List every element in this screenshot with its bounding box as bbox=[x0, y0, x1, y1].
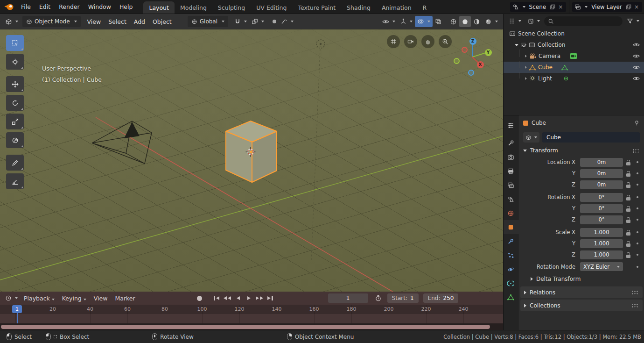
scrollbar-handle[interactable] bbox=[1, 325, 490, 329]
lock-icon[interactable] bbox=[626, 173, 630, 177]
tab-object-data[interactable] bbox=[504, 290, 518, 304]
proportional-falloff-dropdown[interactable] bbox=[279, 16, 296, 27]
new-scene-icon[interactable] bbox=[550, 4, 555, 10]
tool-annotate[interactable] bbox=[6, 155, 24, 171]
menu-select[interactable]: Select bbox=[105, 18, 130, 25]
rotation-z-field[interactable]: 0° bbox=[580, 215, 623, 224]
zoom-view-button[interactable] bbox=[439, 35, 452, 48]
shading-solid-button[interactable] bbox=[459, 16, 471, 27]
menu-keying[interactable]: Keying bbox=[58, 295, 90, 302]
animate-dot-icon[interactable] bbox=[637, 172, 638, 174]
unlink-scene-icon[interactable]: × bbox=[557, 4, 564, 10]
rotation-mode-dropdown[interactable]: XYZ Euler bbox=[580, 262, 623, 271]
outliner-row-camera[interactable]: Camera bbox=[504, 50, 644, 62]
hide-eye-icon[interactable] bbox=[633, 43, 640, 47]
tab-texture-paint[interactable]: Texture Paint bbox=[292, 1, 341, 14]
playhead-line[interactable] bbox=[17, 313, 18, 323]
tab-constraints[interactable] bbox=[504, 276, 518, 290]
tool-select-box[interactable] bbox=[6, 35, 24, 51]
tab-world[interactable] bbox=[504, 206, 518, 220]
pan-view-button[interactable] bbox=[421, 35, 434, 48]
hide-eye-icon[interactable] bbox=[633, 65, 640, 70]
gizmo-x-negative[interactable] bbox=[462, 47, 468, 53]
next-keyframe-button[interactable] bbox=[254, 293, 265, 303]
timeline-ruler[interactable]: 20 40 60 80 100 120 140 160 180 200 220 … bbox=[0, 305, 503, 323]
menu-window[interactable]: Window bbox=[84, 0, 115, 14]
tab-layout[interactable]: Layout bbox=[143, 1, 175, 14]
current-frame-field[interactable]: 1 bbox=[328, 293, 368, 303]
menu-object[interactable]: Object bbox=[149, 18, 175, 25]
panel-drag-grip[interactable] bbox=[632, 149, 640, 153]
outliner-row-scene-collection[interactable]: Scene Collection bbox=[504, 28, 644, 39]
timeline-scrollbar[interactable] bbox=[0, 323, 503, 330]
tool-rotate[interactable] bbox=[6, 95, 24, 111]
tab-scene[interactable] bbox=[504, 192, 518, 206]
scale-z-field[interactable]: 1.000 bbox=[580, 250, 623, 259]
gizmo-y-negative[interactable] bbox=[454, 58, 460, 64]
panel-drag-grip[interactable] bbox=[631, 290, 639, 294]
menu-playback[interactable]: Playback bbox=[20, 295, 58, 302]
tool-scale[interactable] bbox=[6, 114, 24, 129]
row-label[interactable]: Cube bbox=[538, 64, 553, 71]
gizmo-z-axis[interactable]: Z bbox=[469, 38, 476, 45]
search-input[interactable] bbox=[544, 16, 623, 26]
animate-dot-icon[interactable] bbox=[637, 207, 638, 209]
breadcrumb-object-name[interactable]: Cube bbox=[532, 120, 546, 126]
camera-view-button[interactable] bbox=[404, 35, 417, 48]
tab-object[interactable] bbox=[504, 220, 518, 234]
hide-eye-icon[interactable] bbox=[633, 76, 640, 81]
transform-panel-header[interactable]: Transform bbox=[518, 144, 644, 157]
playhead-badge[interactable]: 1 bbox=[12, 305, 22, 313]
jump-to-start-button[interactable] bbox=[211, 293, 222, 303]
play-reverse-button[interactable] bbox=[233, 293, 244, 303]
show-gizmo-dropdown[interactable] bbox=[398, 16, 415, 27]
blender-logo-icon[interactable] bbox=[0, 0, 17, 14]
tab-uv-editing[interactable]: UV Editing bbox=[251, 1, 292, 14]
tab-particles[interactable] bbox=[504, 248, 518, 262]
hide-eye-icon[interactable] bbox=[633, 54, 640, 58]
animate-dot-icon[interactable] bbox=[637, 196, 638, 198]
shading-rendered-button[interactable] bbox=[483, 16, 500, 27]
outliner-row-light[interactable]: Light bbox=[504, 73, 644, 84]
collection-checkbox[interactable] bbox=[521, 42, 526, 48]
id-type-button[interactable] bbox=[523, 132, 539, 143]
new-view-layer-icon[interactable] bbox=[626, 4, 631, 10]
toggle-perspective-button[interactable] bbox=[387, 35, 400, 48]
outliner-display-mode-dropdown[interactable] bbox=[525, 15, 542, 27]
mesh-data-badge-icon[interactable] bbox=[561, 64, 568, 71]
view-layer-selector[interactable]: View Layer × bbox=[572, 2, 642, 12]
animate-dot-icon[interactable] bbox=[637, 266, 638, 268]
scale-y-field[interactable]: 1.000 bbox=[580, 239, 623, 248]
lock-icon[interactable] bbox=[626, 162, 630, 165]
tab-output[interactable] bbox=[504, 164, 518, 178]
animate-dot-icon[interactable] bbox=[637, 243, 638, 244]
scene-selector[interactable]: Scene × bbox=[510, 2, 567, 12]
lock-icon[interactable] bbox=[626, 208, 630, 212]
frame-end-field[interactable]: End:250 bbox=[423, 293, 459, 303]
show-overlays-toggle[interactable] bbox=[415, 16, 433, 27]
menu-file[interactable]: File bbox=[17, 0, 35, 14]
editor-type-button[interactable] bbox=[3, 16, 21, 27]
object-type-visibility-dropdown[interactable] bbox=[380, 16, 398, 27]
animate-dot-icon[interactable] bbox=[637, 184, 638, 186]
lock-icon[interactable] bbox=[626, 255, 630, 258]
auto-keying-button[interactable] bbox=[194, 293, 205, 303]
camera-data-badge-icon[interactable] bbox=[569, 53, 578, 59]
menu-render[interactable]: Render bbox=[55, 0, 84, 14]
mode-dropdown[interactable]: Object Mode bbox=[22, 16, 81, 27]
collections-panel-header[interactable]: Collections bbox=[520, 300, 643, 311]
animate-dot-icon[interactable] bbox=[637, 161, 638, 163]
lock-icon[interactable] bbox=[626, 220, 630, 223]
xray-toggle[interactable] bbox=[433, 16, 444, 27]
snap-toggle-button[interactable] bbox=[232, 16, 249, 27]
tab-tool[interactable] bbox=[504, 136, 518, 150]
tab-physics[interactable] bbox=[504, 262, 518, 276]
light-data-badge-icon[interactable] bbox=[563, 75, 569, 82]
row-label[interactable]: Scene Collection bbox=[518, 30, 565, 37]
scene-name[interactable]: Scene bbox=[527, 4, 548, 10]
menu-help[interactable]: Help bbox=[115, 0, 137, 14]
menu-marker[interactable]: Marker bbox=[111, 295, 139, 302]
view-layer-name[interactable]: View Layer bbox=[589, 4, 624, 10]
tab-rendering-truncated[interactable]: R bbox=[417, 1, 433, 14]
animate-dot-icon[interactable] bbox=[637, 219, 638, 221]
